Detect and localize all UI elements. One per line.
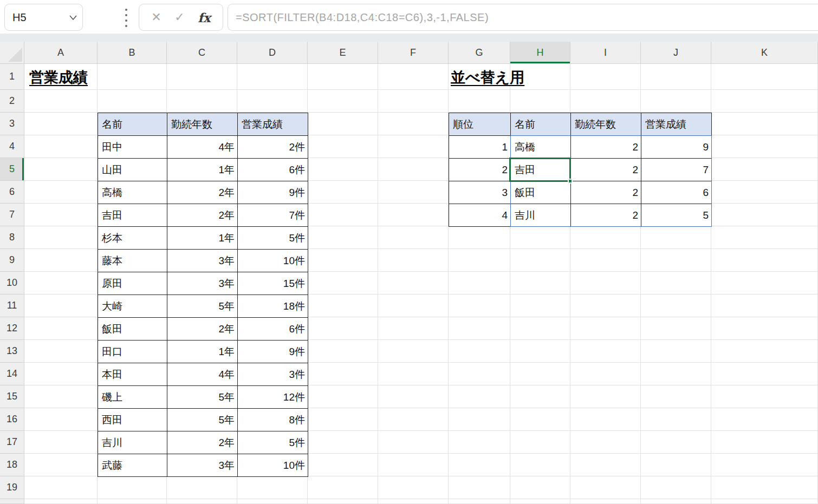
sales-header-cell[interactable]: 名前 bbox=[98, 113, 167, 136]
column-header-B[interactable]: B bbox=[98, 42, 167, 64]
column-header-D[interactable]: D bbox=[237, 42, 308, 64]
sales-cell[interactable]: 吉田 bbox=[98, 204, 167, 227]
grid-cell-I11[interactable] bbox=[570, 294, 641, 317]
sales-cell[interactable]: 1年 bbox=[167, 341, 238, 363]
grid-cell-I16[interactable] bbox=[570, 408, 641, 431]
grid-cell-E14[interactable] bbox=[308, 363, 378, 385]
sales-cell[interactable]: 2年 bbox=[167, 431, 238, 454]
grid-cell-E11[interactable] bbox=[308, 294, 378, 317]
grid-cell-K15[interactable] bbox=[711, 385, 818, 408]
sorted-cell[interactable]: 2 bbox=[571, 159, 641, 181]
grid-cell-K2[interactable] bbox=[711, 90, 818, 113]
sales-cell[interactable]: 杉本 bbox=[98, 227, 167, 250]
sales-cell[interactable]: 10件 bbox=[238, 250, 308, 272]
row-header-8[interactable]: 8 bbox=[0, 226, 24, 249]
column-header-A[interactable]: A bbox=[24, 42, 98, 64]
grid-cell-F9[interactable] bbox=[378, 249, 449, 272]
grid-cell-J12[interactable] bbox=[641, 317, 711, 340]
sales-cell[interactable]: 武藤 bbox=[98, 454, 167, 477]
sales-cell[interactable]: 5件 bbox=[238, 431, 308, 454]
formula-bar[interactable]: =SORT(FILTER(B4:D18,C4:C18=C6),3,-1,FALS… bbox=[228, 4, 818, 31]
column-header-E[interactable]: E bbox=[308, 42, 378, 64]
sales-cell[interactable]: 8件 bbox=[238, 409, 308, 431]
grid-cell-K18[interactable] bbox=[711, 454, 818, 476]
row-header-14[interactable]: 14 bbox=[0, 363, 24, 385]
grid-cell-A6[interactable] bbox=[24, 181, 98, 204]
sales-cell[interactable]: 2年 bbox=[167, 318, 238, 341]
sales-cell[interactable]: 田口 bbox=[98, 341, 167, 363]
column-header-H[interactable]: H bbox=[510, 42, 570, 64]
sales-header-cell[interactable]: 勤続年数 bbox=[167, 113, 238, 136]
sales-cell[interactable]: 2年 bbox=[167, 181, 238, 204]
grid-cell-J9[interactable] bbox=[641, 249, 711, 272]
grid-cell-E6[interactable] bbox=[308, 181, 378, 204]
sales-cell[interactable]: 5件 bbox=[238, 227, 308, 250]
grid-cell-F13[interactable] bbox=[378, 340, 449, 363]
grid-cell-A7[interactable] bbox=[24, 204, 98, 226]
sorted-cell[interactable]: 1 bbox=[449, 136, 511, 159]
grid-cell-D1[interactable] bbox=[237, 64, 308, 90]
grid-cell-I2[interactable] bbox=[570, 90, 641, 113]
sales-cell[interactable]: 1年 bbox=[167, 159, 238, 181]
sorted-cell[interactable]: 吉川 bbox=[511, 204, 571, 227]
grid-cell-D20[interactable] bbox=[237, 499, 308, 504]
sorted-cell[interactable]: 7 bbox=[641, 159, 712, 181]
grid-cell-I10[interactable] bbox=[570, 272, 641, 294]
grid-cell-J11[interactable] bbox=[641, 294, 711, 317]
sorted-cell[interactable]: 3 bbox=[449, 181, 511, 204]
sales-cell[interactable]: 山田 bbox=[98, 159, 167, 181]
sales-cell[interactable]: 18件 bbox=[238, 295, 308, 318]
row-header-1[interactable]: 1 bbox=[0, 64, 24, 90]
sorted-cell[interactable]: 2 bbox=[571, 204, 641, 227]
sales-cell[interactable]: 吉川 bbox=[98, 431, 167, 454]
grid-cell-G10[interactable] bbox=[449, 272, 510, 294]
grid-cell-H13[interactable] bbox=[510, 340, 570, 363]
sorted-header-cell[interactable]: 勤続年数 bbox=[571, 113, 641, 136]
grid-cell-K7[interactable] bbox=[711, 204, 818, 226]
grid-cell-C2[interactable] bbox=[167, 90, 237, 113]
grid-cell-I9[interactable] bbox=[570, 249, 641, 272]
sales-cell[interactable]: 4年 bbox=[167, 136, 238, 159]
grid-cell-K20[interactable] bbox=[711, 499, 818, 504]
grid-cell-I8[interactable] bbox=[570, 226, 641, 249]
sales-cell[interactable]: 6件 bbox=[238, 159, 308, 181]
sales-cell[interactable]: 原田 bbox=[98, 272, 167, 295]
sorted-header-cell[interactable]: 営業成績 bbox=[641, 113, 712, 136]
grid-cell-A18[interactable] bbox=[24, 454, 98, 476]
grid-cell-E13[interactable] bbox=[308, 340, 378, 363]
grid-cell-I15[interactable] bbox=[570, 385, 641, 408]
grid-cell-K14[interactable] bbox=[711, 363, 818, 385]
grid-cell-J1[interactable] bbox=[641, 64, 711, 90]
sorted-header-cell[interactable]: 順位 bbox=[449, 113, 511, 136]
sorted-cell[interactable]: 2 bbox=[571, 136, 641, 159]
grid-cell-E10[interactable] bbox=[308, 272, 378, 294]
grid-cell-A12[interactable] bbox=[24, 317, 98, 340]
grid-cell-A15[interactable] bbox=[24, 385, 98, 408]
name-box[interactable]: H5 bbox=[4, 4, 83, 31]
column-header-C[interactable]: C bbox=[167, 42, 237, 64]
sales-cell[interactable]: 本田 bbox=[98, 363, 167, 386]
grid-cell-C19[interactable] bbox=[167, 476, 237, 499]
grid-cell-B20[interactable] bbox=[98, 499, 167, 504]
grid-cell-K10[interactable] bbox=[711, 272, 818, 294]
sales-cell[interactable]: 1年 bbox=[167, 227, 238, 250]
sorted-cell[interactable]: 2 bbox=[571, 181, 641, 204]
grid-cell-I14[interactable] bbox=[570, 363, 641, 385]
grid-cell-K6[interactable] bbox=[711, 181, 818, 204]
sorted-cell[interactable]: 吉田 bbox=[511, 159, 571, 181]
grid-cell-G12[interactable] bbox=[449, 317, 510, 340]
grid-cell-J13[interactable] bbox=[641, 340, 711, 363]
sales-cell[interactable]: 5年 bbox=[167, 295, 238, 318]
grid-cell-A4[interactable] bbox=[24, 135, 98, 158]
sales-cell[interactable]: 15件 bbox=[238, 272, 308, 295]
grid-cell-K8[interactable] bbox=[711, 226, 818, 249]
grid-cell-G19[interactable] bbox=[449, 476, 510, 499]
sheet-title-sort[interactable]: 並べ替え用 bbox=[451, 68, 524, 87]
sales-cell[interactable]: 飯田 bbox=[98, 318, 167, 341]
grid-cell-H15[interactable] bbox=[510, 385, 570, 408]
sales-cell[interactable]: 高橋 bbox=[98, 181, 167, 204]
column-header-I[interactable]: I bbox=[570, 42, 641, 64]
grid-cell-B2[interactable] bbox=[98, 90, 167, 113]
grid-cell-D19[interactable] bbox=[237, 476, 308, 499]
grid-cell-F17[interactable] bbox=[378, 431, 449, 454]
